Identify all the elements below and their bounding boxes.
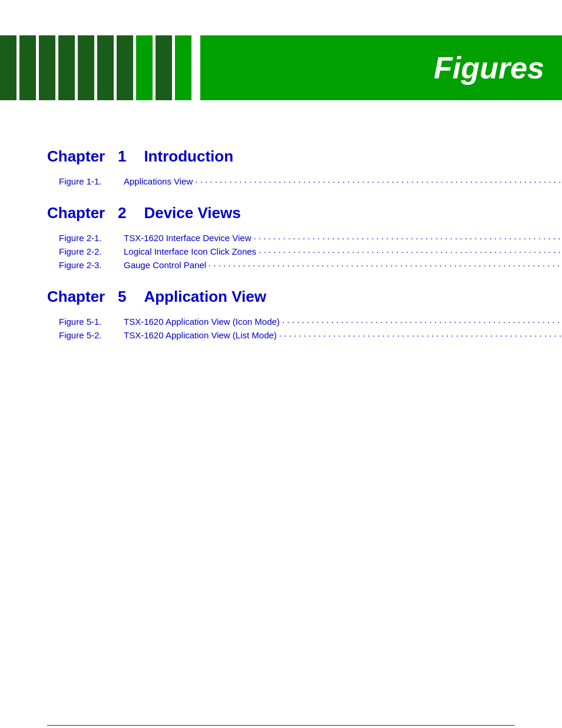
chapter-2-heading: Chapter 2 Device Views xyxy=(47,204,515,222)
chapter-2-title: Device Views xyxy=(144,204,240,222)
footer: 9032100E2 v xyxy=(47,725,515,728)
content-area: Chapter 1 Introduction Figure 1-1. Appli… xyxy=(0,118,562,405)
chapter-2-figures: Figure 2-1. TSX-1620 Interface Device Vi… xyxy=(47,233,515,270)
stripe-2 xyxy=(19,35,36,100)
chapter-5-label: Chapter 5 xyxy=(47,288,126,306)
figure-entry: Figure 1-1. Applications View 1-3 xyxy=(59,176,515,186)
figure-2-2-dots xyxy=(259,245,562,255)
figure-2-3-text: Gauge Control Panel xyxy=(124,260,206,270)
stripe-5 xyxy=(78,35,94,100)
figure-5-2-row: TSX-1620 Application View (List Mode) 5-… xyxy=(124,330,562,340)
figure-2-1-text: TSX-1620 Interface Device View xyxy=(124,233,252,243)
chapter-5-figures: Figure 5-1. TSX-1620 Application View (I… xyxy=(47,317,515,340)
figure-entry: Figure 2-2. Logical Interface Icon Click… xyxy=(59,246,515,256)
figure-5-1-row: TSX-1620 Application View (Icon Mode) 5-… xyxy=(124,317,562,327)
figure-1-1-dots xyxy=(195,174,562,185)
figure-entry: Figure 5-2. TSX-1620 Application View (L… xyxy=(59,330,515,340)
figure-5-2-dots xyxy=(279,328,562,338)
figure-2-1-row: TSX-1620 Interface Device View 2-4 xyxy=(124,233,562,243)
figure-entry: Figure 5-1. TSX-1620 Application View (I… xyxy=(59,317,515,327)
page-container: Figures Chapter 1 Introduction Figure 1-… xyxy=(0,35,562,728)
stripe-10 xyxy=(175,35,191,100)
figure-2-3-label: Figure 2-3. xyxy=(59,260,124,270)
title-box: Figures xyxy=(200,35,562,100)
figure-2-3-dots xyxy=(209,258,562,268)
stripe-4 xyxy=(58,35,75,100)
page-title: Figures xyxy=(434,50,544,85)
figure-2-2-label: Figure 2-2. xyxy=(59,246,124,256)
header-banner: Figures xyxy=(0,35,562,100)
stripe-9 xyxy=(156,35,172,100)
chapter-1-figures: Figure 1-1. Applications View 1-3 xyxy=(47,176,515,186)
figure-2-2-text: Logical Interface Icon Click Zones xyxy=(124,246,256,256)
stripe-3 xyxy=(39,35,55,100)
figure-2-2-row: Logical Interface Icon Click Zones 2-5 xyxy=(124,246,562,256)
chapter-2-label: Chapter 2 xyxy=(47,204,126,222)
figure-5-2-label: Figure 5-2. xyxy=(59,330,124,340)
figure-5-2-text: TSX-1620 Application View (List Mode) xyxy=(124,330,277,340)
chapter-5-title: Application View xyxy=(144,288,266,306)
figure-entry: Figure 2-3. Gauge Control Panel 2-9 xyxy=(59,260,515,270)
figure-5-1-label: Figure 5-1. xyxy=(59,317,124,327)
figure-entry: Figure 2-1. TSX-1620 Interface Device Vi… xyxy=(59,233,515,243)
figure-1-1-text: Applications View xyxy=(124,176,193,186)
figure-1-1-row: Applications View 1-3 xyxy=(124,176,562,186)
stripe-6 xyxy=(97,35,114,100)
stripe-1 xyxy=(0,35,16,100)
figure-2-3-row: Gauge Control Panel 2-9 xyxy=(124,260,562,270)
chapter-1-title: Introduction xyxy=(144,147,233,166)
chapter-1-heading: Chapter 1 Introduction xyxy=(47,147,515,166)
figure-2-1-label: Figure 2-1. xyxy=(59,233,124,243)
figure-5-1-text: TSX-1620 Application View (Icon Mode) xyxy=(124,317,280,327)
stripe-8 xyxy=(136,35,153,100)
stripe-7 xyxy=(117,35,133,100)
chapter-5-heading: Chapter 5 Application View xyxy=(47,288,515,306)
chapter-1-label: Chapter 1 xyxy=(47,147,126,166)
figure-5-1-dots xyxy=(282,315,562,325)
figure-2-1-dots xyxy=(254,231,563,241)
stripes-section xyxy=(0,35,194,100)
figure-1-1-label: Figure 1-1. xyxy=(59,176,124,186)
